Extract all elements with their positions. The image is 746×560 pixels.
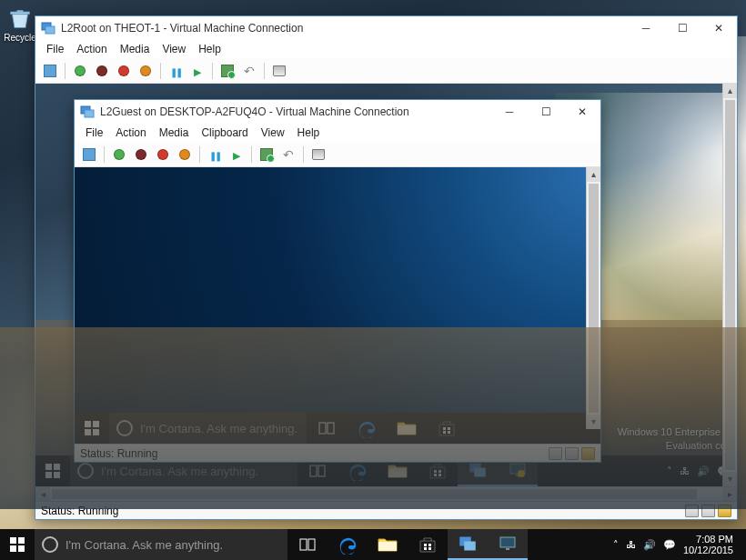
- ctrl-alt-del-button[interactable]: [80, 145, 98, 164]
- menu-file[interactable]: File: [80, 125, 108, 140]
- start-button[interactable]: [75, 413, 109, 444]
- close-button[interactable]: ✕: [701, 16, 737, 40]
- recycle-bin[interactable]: Recycle: [4, 5, 36, 43]
- start-button[interactable]: [71, 62, 89, 80]
- vmconnect-button[interactable]: [488, 529, 528, 560]
- vm2-vertical-scrollbar[interactable]: ▴▾: [586, 167, 600, 429]
- reset-button[interactable]: [227, 145, 246, 164]
- vm2-titlebar[interactable]: L2Guest on DESKTOP-A2FUQ4O - Virtual Mac…: [75, 100, 600, 124]
- vm2-status-text: Status: Running: [80, 447, 157, 460]
- svg-rect-31: [10, 537, 16, 544]
- revert-button[interactable]: [279, 145, 297, 164]
- menu-view[interactable]: View: [156, 42, 191, 56]
- cortana-icon: [77, 463, 94, 479]
- vm1-title: L2Root on THEOT-1 - Virtual Machine Conn…: [61, 22, 628, 35]
- turnoff-button[interactable]: [132, 145, 150, 164]
- vm2-guest-surface[interactable]: I'm Cortana. Ask me anything.: [75, 167, 600, 444]
- edge-icon: [338, 535, 358, 555]
- vm-icon: [80, 105, 95, 119]
- vm2-window: L2Guest on DESKTOP-A2FUQ4O - Virtual Mac…: [74, 99, 601, 463]
- status-disk-icon: [549, 447, 562, 460]
- enhanced-session-button[interactable]: [309, 145, 328, 164]
- menu-media[interactable]: Media: [154, 125, 195, 140]
- checkpoint-button[interactable]: [257, 145, 276, 164]
- status-disk-icon: [685, 505, 699, 517]
- svg-rect-9: [434, 470, 437, 473]
- svg-rect-45: [506, 548, 509, 550]
- edge-icon: [348, 461, 368, 481]
- edge-button[interactable]: [328, 529, 368, 560]
- tray-clock[interactable]: 7:08 PM 10/12/2015: [683, 534, 739, 555]
- store-icon: [438, 419, 456, 437]
- cortana-search[interactable]: I'm Cortana. Ask me anything.: [109, 413, 307, 444]
- close-button[interactable]: ✕: [564, 100, 600, 124]
- svg-rect-4: [45, 472, 52, 478]
- tray-chevron-icon[interactable]: ˄: [667, 465, 672, 477]
- reset-button[interactable]: [188, 62, 207, 80]
- menu-action[interactable]: Action: [110, 125, 151, 140]
- store-button[interactable]: [427, 413, 467, 444]
- vm1-horizontal-scrollbar[interactable]: ◂▸: [35, 486, 737, 501]
- task-view-icon: [318, 420, 335, 436]
- revert-button[interactable]: [240, 62, 258, 80]
- menu-help[interactable]: Help: [193, 42, 227, 56]
- status-device-icon: [701, 505, 715, 517]
- edge-button[interactable]: [347, 413, 387, 444]
- save-button[interactable]: [176, 145, 194, 164]
- menu-media[interactable]: Media: [115, 42, 156, 56]
- task-view-button[interactable]: [307, 413, 347, 444]
- svg-rect-33: [10, 545, 16, 552]
- svg-rect-25: [328, 423, 334, 434]
- vm1-titlebar[interactable]: L2Root on THEOT-1 - Virtual Machine Conn…: [35, 16, 737, 40]
- cortana-search[interactable]: I'm Cortana. Ask me anything.: [35, 529, 287, 560]
- shutdown-button[interactable]: [154, 145, 172, 164]
- task-view-button[interactable]: [287, 529, 328, 560]
- host-desktop: Recycle L2Root on THEOT-1 - Virtual Mach…: [0, 0, 746, 560]
- tray-notifications-icon[interactable]: 💬: [663, 539, 676, 551]
- host-tray[interactable]: ˄ 🖧 🔊 💬 7:08 PM 10/12/2015: [606, 534, 746, 555]
- menu-file[interactable]: File: [41, 42, 69, 56]
- svg-rect-6: [310, 465, 317, 476]
- svg-rect-2: [45, 464, 52, 470]
- tray-network-icon[interactable]: 🖧: [626, 539, 636, 550]
- svg-rect-29: [443, 431, 446, 434]
- pause-button[interactable]: [166, 62, 185, 80]
- menu-view[interactable]: View: [256, 125, 290, 140]
- explorer-button[interactable]: [387, 413, 427, 444]
- svg-rect-23: [93, 429, 99, 435]
- shutdown-button[interactable]: [115, 62, 133, 80]
- tray-network-icon[interactable]: 🖧: [680, 465, 690, 476]
- turnoff-button[interactable]: [93, 62, 111, 80]
- tray-volume-icon[interactable]: 🔊: [697, 465, 710, 477]
- start-button[interactable]: [35, 455, 70, 486]
- task-view-icon: [299, 536, 316, 553]
- save-button[interactable]: [136, 62, 155, 80]
- maximize-button[interactable]: ☐: [664, 16, 701, 40]
- svg-rect-40: [424, 547, 427, 550]
- store-button[interactable]: [408, 529, 448, 560]
- pause-button[interactable]: [206, 145, 224, 164]
- monitor-icon: [499, 535, 517, 553]
- cortana-placeholder: I'm Cortana. Ask me anything.: [66, 538, 223, 552]
- windows-logo-icon: [45, 464, 60, 478]
- ctrl-alt-del-button[interactable]: [41, 62, 59, 80]
- svg-rect-37: [378, 542, 397, 551]
- start-button[interactable]: [110, 145, 128, 164]
- enhanced-session-button[interactable]: [270, 62, 288, 80]
- vm1-vertical-scrollbar[interactable]: ▴▾: [722, 84, 737, 486]
- vm2-title: L2Guest on DESKTOP-A2FUQ4O - Virtual Mac…: [100, 105, 491, 118]
- tray-volume-icon[interactable]: 🔊: [643, 539, 656, 551]
- explorer-button[interactable]: [368, 529, 408, 560]
- minimize-button[interactable]: ─: [628, 16, 664, 40]
- menu-action[interactable]: Action: [71, 42, 112, 56]
- menu-clipboard[interactable]: Clipboard: [196, 125, 253, 140]
- minimize-button[interactable]: ─: [491, 100, 528, 124]
- vm-icon: [469, 461, 487, 479]
- hyperv-button[interactable]: [448, 529, 488, 560]
- checkpoint-button[interactable]: [218, 62, 237, 80]
- start-button[interactable]: [0, 529, 35, 560]
- tray-chevron-icon[interactable]: ˄: [613, 539, 619, 551]
- maximize-button[interactable]: ☐: [528, 100, 564, 124]
- menu-help[interactable]: Help: [292, 125, 326, 140]
- vm1-status-text: Status: Running: [41, 505, 118, 517]
